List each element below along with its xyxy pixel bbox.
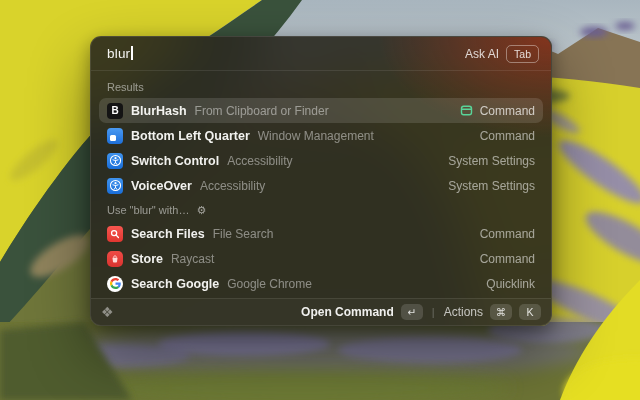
tab-key-badge: Tab <box>506 45 539 63</box>
result-accessory: System Settings <box>448 179 535 193</box>
results-list: ResultsBBlurHashFrom Clipboard or Finder… <box>91 71 551 298</box>
result-accessory: System Settings <box>448 154 535 168</box>
result-title: Search Files <box>131 227 205 241</box>
return-key-badge: ↵ <box>401 304 423 320</box>
result-subtitle: File Search <box>213 227 274 241</box>
open-command-label[interactable]: Open Command <box>301 305 394 319</box>
result-row-voiceover[interactable]: VoiceOverAccessibilitySystem Settings <box>99 173 543 198</box>
result-title: Store <box>131 252 163 266</box>
search-bar[interactable]: blur Ask AI Tab <box>91 37 551 71</box>
gear-icon[interactable]: ⚙ <box>196 205 206 216</box>
result-row-blurhash[interactable]: BBlurHashFrom Clipboard or FinderCommand <box>99 98 543 123</box>
result-accessory-label: Quicklink <box>486 277 535 291</box>
command-key-badge: ⌘ <box>490 304 512 320</box>
result-accessory: Command <box>480 129 535 143</box>
accessibility-icon <box>107 153 123 169</box>
file-search-icon <box>107 226 123 242</box>
result-accessory-label: Command <box>480 104 535 118</box>
result-title: Switch Control <box>131 154 219 168</box>
blurhash-icon: B <box>107 103 123 119</box>
result-subtitle: From Clipboard or Finder <box>195 104 329 118</box>
store-icon <box>107 251 123 267</box>
result-subtitle: Accessibility <box>227 154 292 168</box>
result-accessory: Quicklink <box>486 277 535 291</box>
search-query-text: blur <box>107 46 130 61</box>
footer-bar: ❖ Open Command ↵ | Actions ⌘ K <box>91 298 551 325</box>
result-accessory: Command <box>480 227 535 241</box>
section-header-results: Results <box>99 75 543 98</box>
result-accessory: Command <box>480 252 535 266</box>
extension-badge-icon <box>460 104 473 117</box>
accessibility-icon <box>107 178 123 194</box>
result-row-switch-control[interactable]: Switch ControlAccessibilitySystem Settin… <box>99 148 543 173</box>
k-key-badge: K <box>519 304 541 320</box>
result-accessory: Command <box>460 104 535 118</box>
result-title: VoiceOver <box>131 179 192 193</box>
footer-separator: | <box>432 306 435 318</box>
result-subtitle: Window Management <box>258 129 374 143</box>
google-icon <box>107 276 123 292</box>
ask-ai-label[interactable]: Ask AI <box>465 47 499 61</box>
result-row-search-google[interactable]: Search GoogleGoogle ChromeQuicklink <box>99 271 543 296</box>
result-row-bottom-left-quarter[interactable]: Bottom Left QuarterWindow ManagementComm… <box>99 123 543 148</box>
result-accessory-label: Command <box>480 129 535 143</box>
result-subtitle: Accessibility <box>200 179 265 193</box>
text-caret <box>131 46 133 60</box>
result-row-search-files[interactable]: Search FilesFile SearchCommand <box>99 221 543 246</box>
section-header-label: Use "blur" with… <box>107 204 189 216</box>
section-header-use-blur-with: Use "blur" with…⚙ <box>99 198 543 221</box>
raycast-launcher-window: blur Ask AI Tab ResultsBBlurHashFrom Cli… <box>90 36 552 326</box>
result-title: Bottom Left Quarter <box>131 129 250 143</box>
result-accessory-label: Command <box>480 227 535 241</box>
result-accessory-label: System Settings <box>448 154 535 168</box>
window-management-icon <box>107 128 123 144</box>
result-title: BlurHash <box>131 104 187 118</box>
section-header-label: Results <box>107 81 144 93</box>
search-input[interactable]: blur <box>107 46 133 61</box>
result-accessory-label: Command <box>480 252 535 266</box>
result-subtitle: Google Chrome <box>227 277 312 291</box>
result-subtitle: Raycast <box>171 252 214 266</box>
result-accessory-label: System Settings <box>448 179 535 193</box>
actions-label[interactable]: Actions <box>444 305 483 319</box>
result-row-store[interactable]: StoreRaycastCommand <box>99 246 543 271</box>
result-title: Search Google <box>131 277 219 291</box>
raycast-logo-icon: ❖ <box>101 305 114 319</box>
